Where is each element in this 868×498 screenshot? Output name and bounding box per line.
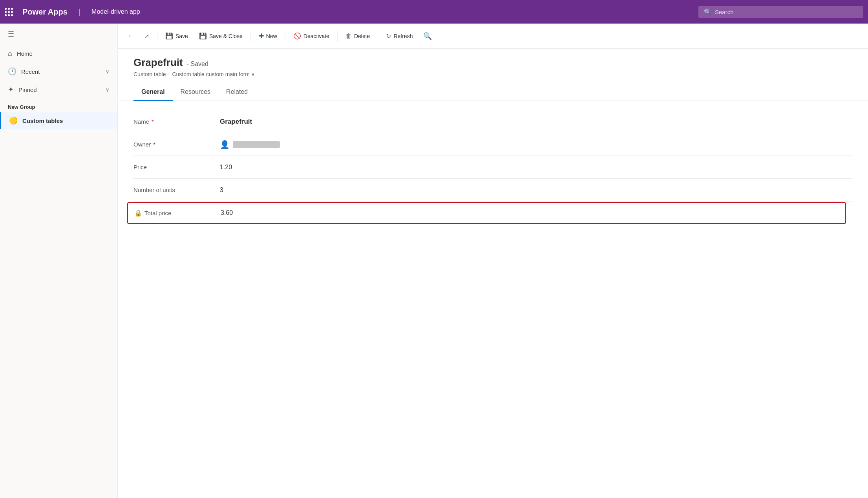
field-owner-required: * [153, 141, 155, 148]
field-name-label-text: Name [133, 118, 149, 125]
breadcrumb-form: Custom table custom main form [172, 71, 250, 77]
field-price-value[interactable]: 1.20 [220, 164, 232, 171]
toolbar-sep-4 [337, 31, 338, 42]
field-units-label: Number of units [133, 187, 220, 193]
field-price: Price 1.20 [133, 156, 852, 179]
delete-icon: 🗑 [345, 33, 352, 40]
back-icon: ← [128, 32, 135, 40]
toolbar-sep-1 [157, 31, 157, 42]
lock-icon: 🔒 [134, 209, 142, 217]
field-owner-label-text: Owner [133, 141, 151, 148]
refresh-icon: ↻ [386, 32, 391, 40]
breadcrumb-separator: · [168, 71, 170, 77]
sidebar-item-pinned[interactable]: ✦ Pinned ∨ [0, 81, 117, 99]
field-name-required: * [152, 119, 153, 125]
deactivate-icon: 🚫 [293, 32, 301, 40]
sidebar-item-home[interactable]: ⌂ Home [0, 45, 117, 62]
field-price-label-text: Price [133, 164, 147, 170]
tab-resources-label: Resources [181, 88, 210, 95]
toolbar-search-button[interactable]: 🔍 [420, 29, 435, 43]
owner-blurred-text [233, 141, 280, 148]
external-link-icon: ↗ [144, 33, 149, 39]
field-name-label: Name * [133, 118, 220, 125]
deactivate-button[interactable]: 🚫 Deactivate [289, 29, 334, 43]
tab-related[interactable]: Related [218, 84, 256, 101]
field-total-price: 🔒 Total price 3.60 [133, 201, 852, 224]
field-owner-value[interactable]: 👤 [220, 140, 280, 149]
record-title-row: Grapefruit - Saved [133, 57, 852, 69]
refresh-button[interactable]: ↻ Refresh [381, 29, 417, 43]
save-close-label: Save & Close [209, 33, 243, 39]
tab-related-label: Related [226, 88, 248, 95]
deactivate-label: Deactivate [303, 33, 329, 39]
delete-label: Delete [354, 33, 370, 39]
toolbar-sep-3 [285, 31, 285, 42]
main-layout: ☰ ⌂ Home 🕐 Recent ∨ ✦ Pinned ∨ New Group… [0, 24, 868, 498]
search-icon: 🔍 [704, 8, 712, 16]
field-total-price-label: 🔒 Total price [134, 209, 221, 217]
field-price-label: Price [133, 164, 220, 170]
new-button[interactable]: ✚ New [254, 29, 282, 43]
app-subtitle: Model-driven app [87, 0, 145, 24]
tab-general[interactable]: General [133, 84, 173, 101]
form-section: Name * Grapefruit Owner * 👤 [118, 101, 868, 234]
toolbar-search-icon: 🔍 [423, 32, 432, 40]
delete-button[interactable]: 🗑 Delete [341, 29, 375, 43]
field-owner: Owner * 👤 [133, 133, 852, 156]
top-nav: Power Apps | Model-driven app 🔍 [0, 0, 868, 24]
toolbar: ← ↗ 💾 Save 💾 Save & Close ✚ New 🚫 [118, 24, 868, 49]
toolbar-sep-5 [378, 31, 378, 42]
field-units-label-text: Number of units [133, 187, 175, 193]
form-chevron-icon: ∨ [251, 71, 255, 77]
sidebar: ☰ ⌂ Home 🕐 Recent ∨ ✦ Pinned ∨ New Group… [0, 24, 118, 498]
recent-chevron-icon: ∨ [106, 69, 110, 75]
new-group-label: New Group [0, 99, 117, 112]
breadcrumb: Custom table · Custom table custom main … [133, 71, 852, 77]
record-header: Grapefruit - Saved Custom table · Custom… [118, 49, 868, 77]
home-icon: ⌂ [8, 49, 12, 58]
back-button[interactable]: ← [124, 29, 138, 43]
field-owner-label: Owner * [133, 141, 220, 148]
sidebar-item-custom-tables[interactable]: 🟡 Custom tables [0, 112, 117, 129]
sidebar-recent-label: Recent [21, 68, 40, 75]
new-icon: ✚ [259, 32, 264, 40]
record-title: Grapefruit [133, 57, 183, 69]
total-price-highlighted: 🔒 Total price 3.60 [127, 202, 846, 224]
custom-tables-icon: 🟡 [9, 116, 18, 125]
pinned-chevron-icon: ∨ [106, 87, 110, 93]
tab-resources[interactable]: Resources [173, 84, 218, 101]
field-total-price-value: 3.60 [221, 209, 233, 216]
save-close-button[interactable]: 💾 Save & Close [194, 29, 247, 43]
save-close-icon: 💾 [199, 32, 207, 40]
tabs-bar: General Resources Related [118, 84, 868, 101]
sidebar-pinned-label: Pinned [18, 86, 37, 93]
nav-divider: | [79, 7, 80, 16]
owner-person-icon: 👤 [220, 140, 230, 149]
save-label: Save [175, 33, 188, 39]
sidebar-home-label: Home [17, 50, 33, 57]
tab-general-label: General [141, 88, 165, 95]
sidebar-custom-tables-label: Custom tables [22, 117, 63, 124]
page-content: Grapefruit - Saved Custom table · Custom… [118, 49, 868, 498]
field-name: Name * Grapefruit [133, 110, 852, 133]
pin-icon: ✦ [8, 85, 14, 94]
content-area: ← ↗ 💾 Save 💾 Save & Close ✚ New 🚫 [118, 24, 868, 498]
field-units-value[interactable]: 3 [220, 187, 223, 194]
breadcrumb-table[interactable]: Custom table [133, 71, 166, 77]
refresh-label: Refresh [393, 33, 413, 39]
breadcrumb-form-dropdown[interactable]: Custom table custom main form ∨ [172, 71, 255, 77]
hamburger-icon: ☰ [8, 30, 14, 38]
sidebar-item-recent[interactable]: 🕐 Recent ∨ [0, 62, 117, 81]
new-label: New [266, 33, 277, 39]
app-title: Power Apps [18, 0, 72, 24]
field-total-price-label-text: Total price [144, 210, 171, 216]
hamburger-button[interactable]: ☰ [0, 24, 117, 45]
field-units: Number of units 3 [133, 179, 852, 201]
search-input[interactable] [715, 9, 858, 15]
save-button[interactable]: 💾 Save [161, 29, 193, 43]
apps-grid-icon[interactable] [5, 8, 13, 16]
search-bar[interactable]: 🔍 [698, 6, 863, 18]
recent-icon: 🕐 [8, 67, 16, 76]
external-link-button[interactable]: ↗ [140, 29, 154, 43]
field-name-value[interactable]: Grapefruit [220, 118, 252, 126]
